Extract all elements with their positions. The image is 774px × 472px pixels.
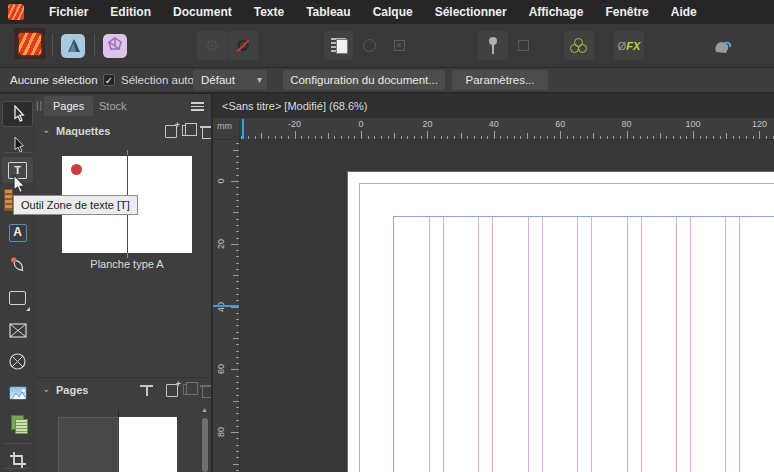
page-thumbnail[interactable] [119, 417, 177, 472]
ruler-tick [236, 168, 240, 169]
ruler-tick [233, 338, 239, 339]
preferences-gear-button[interactable]: ⚙ [228, 31, 258, 60]
rotate-left-button[interactable]: ⚙ [197, 31, 227, 60]
panel-grip[interactable]: || [36, 100, 43, 111]
column-guide [725, 217, 726, 472]
ruler-label: 0 [358, 119, 363, 129]
scale-fx-button[interactable]: ØFX [614, 31, 644, 60]
ruler-tick [434, 136, 435, 140]
document-setup-button[interactable]: Configuration du document... [283, 70, 445, 90]
persona-publisher-button[interactable] [13, 27, 46, 60]
publisher-logo-icon [18, 32, 42, 56]
selection-status: Aucune sélection [10, 68, 98, 92]
data-merge-tool[interactable] [2, 409, 33, 435]
column-guide [492, 217, 493, 472]
table-tool[interactable] [4, 189, 13, 211]
frame-ellipse-x-icon [9, 353, 26, 370]
menu-fichier[interactable]: Fichier [38, 0, 99, 24]
ruler-unit-box[interactable]: mm [213, 118, 240, 140]
v-ruler[interactable]: 020406080 [213, 140, 240, 472]
menu-document[interactable]: Document [162, 0, 243, 24]
color-wheel-icon [570, 38, 588, 54]
publisher-app-icon[interactable] [8, 4, 24, 20]
add-page-icon[interactable] [166, 384, 178, 397]
ruler-tick [706, 136, 707, 140]
ruler-tick [321, 136, 322, 140]
persona-designer-button[interactable] [58, 31, 88, 60]
ruler-label: 80 [622, 119, 632, 129]
node-tool[interactable] [2, 132, 33, 158]
menu-edition[interactable]: Edition [99, 0, 162, 24]
column-guide [676, 217, 677, 472]
add-master-icon[interactable] [165, 125, 177, 138]
pages-view-button[interactable] [324, 31, 353, 60]
persona-photo-button[interactable] [100, 31, 130, 60]
ruler-tick [414, 136, 415, 140]
auto-select-checkbox[interactable]: ✓ [103, 74, 115, 86]
rectangle-icon [9, 291, 26, 305]
menu-fenêtre[interactable]: Fenêtre [594, 0, 659, 24]
master-name-label[interactable]: Planche type A [62, 258, 192, 270]
ruler-tick [494, 131, 495, 139]
ruler-tick [236, 438, 240, 439]
pages-panel: || Pages Stock ⌄ Maquettes Planche type … [35, 94, 211, 472]
ruler-tick [560, 131, 561, 139]
ruler-tick [236, 445, 240, 446]
ruler-tick [233, 212, 239, 213]
artistic-text-tool[interactable]: A [2, 220, 33, 246]
chevron-down-icon[interactable]: ⌄ [42, 383, 50, 394]
ruler-tick [236, 376, 240, 377]
ruler-tick [334, 136, 335, 140]
duplicate-master-icon[interactable] [182, 125, 192, 136]
rectangle-tool[interactable] [2, 285, 33, 311]
gear-icon: ⚙ [205, 36, 219, 55]
ruler-tick [236, 426, 240, 427]
panel-menu-icon[interactable] [191, 102, 204, 111]
document-canvas[interactable] [240, 140, 774, 472]
ruler-tick [753, 136, 754, 140]
empty-page-placeholder [58, 417, 118, 472]
menu-tableau[interactable]: Tableau [295, 0, 361, 24]
ruler-tick [507, 136, 508, 140]
move-tool[interactable] [2, 101, 33, 127]
main-toolbar: ⚙ ⚙ ✕ ØFX [0, 24, 774, 68]
ruler-tick [236, 344, 240, 345]
assistant-button[interactable] [705, 31, 738, 60]
place-image-tool[interactable] [2, 380, 33, 406]
ruler-tick [666, 136, 667, 140]
menu-texte[interactable]: Texte [243, 0, 295, 24]
ruler-tick [255, 136, 256, 140]
ruler-tick [713, 136, 714, 140]
ruler-tick [534, 136, 535, 140]
ruler-tick [481, 136, 482, 140]
menu-sélectionner[interactable]: Sélectionner [424, 0, 518, 24]
document-tab-bar: <Sans titre> [Modifié] (68.6%) [213, 94, 774, 118]
menu-aide[interactable]: Aide [660, 0, 708, 24]
h-ruler[interactable]: -20020406080100120 [240, 118, 774, 140]
ruler-tick [368, 136, 369, 140]
frame-rectangle-x-icon [9, 323, 27, 338]
chevron-down-icon[interactable]: ⌄ [42, 124, 50, 135]
scrollbar-thumb[interactable] [202, 418, 208, 472]
picture-frame-rectangle-tool[interactable] [2, 317, 33, 343]
ruler-tick [554, 136, 555, 140]
master-marker-dot [71, 164, 82, 175]
insert-pages-icon[interactable] [140, 384, 153, 397]
tab-pages[interactable]: Pages [44, 96, 93, 116]
ruler-tick [236, 256, 240, 257]
snapping-button[interactable] [478, 31, 508, 60]
tab-stock[interactable]: Stock [90, 96, 136, 116]
document-tab[interactable]: <Sans titre> [Modifié] (68.6%) [222, 94, 368, 118]
pen-tool[interactable] [2, 252, 33, 278]
transform-objects-button[interactable] [564, 31, 594, 60]
layer-target-dropdown[interactable]: Défaut ▾ [193, 70, 267, 90]
scroll-up-arrow[interactable]: ▲ [201, 406, 208, 413]
picture-frame-ellipse-tool[interactable] [2, 348, 33, 374]
menu-calque[interactable]: Calque [362, 0, 424, 24]
menu-affichage[interactable]: Affichage [518, 0, 595, 24]
pages-section-header: ⌄ Pages [35, 381, 211, 401]
ruler-tick [236, 457, 240, 458]
ruler-tick [647, 136, 648, 140]
ruler-label: 80 [216, 427, 226, 437]
preferences-button[interactable]: Paramètres... [452, 70, 548, 90]
